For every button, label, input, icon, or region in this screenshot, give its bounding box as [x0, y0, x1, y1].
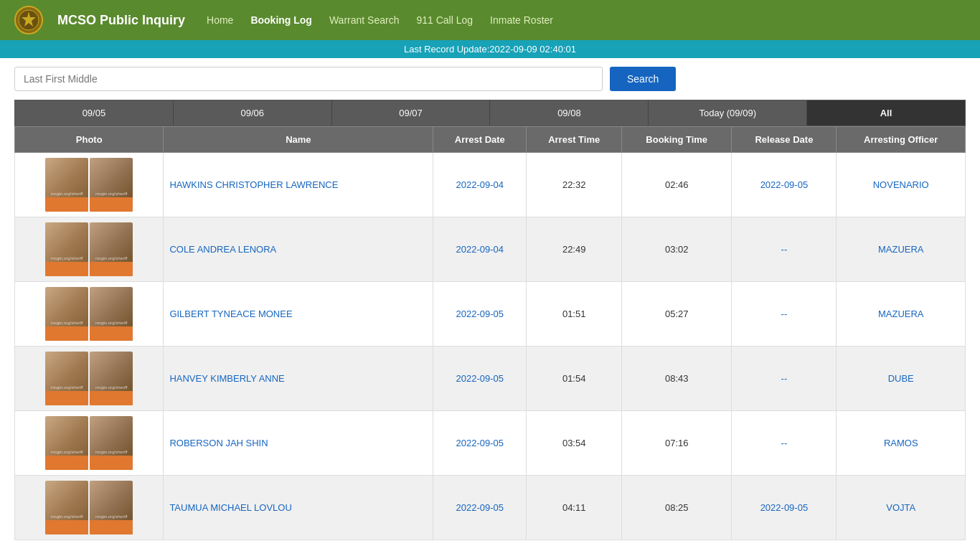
photo-cell[interactable]: mcgtn.org/sheriff mcgtn.org/sheriff: [15, 476, 164, 540]
mugshot-side: mcgtn.org/sheriff: [90, 481, 133, 534]
main-nav: Home Booking Log Warrant Search 911 Call…: [207, 14, 553, 26]
mugshot-front: mcgtn.org/sheriff: [45, 287, 88, 341]
table-row: mcgtn.org/sheriff mcgtn.org/sheriff COLE…: [15, 217, 966, 282]
arrest-time: 01:54: [527, 347, 622, 411]
search-button[interactable]: Search: [610, 67, 676, 91]
table-row: mcgtn.org/sheriff mcgtn.org/sheriff HANV…: [15, 347, 966, 411]
nav-booking-log[interactable]: Booking Log: [250, 14, 312, 26]
app-header: MCSO Public Inquiry Home Booking Log War…: [0, 0, 980, 40]
inmate-name[interactable]: TAUMUA MICHAEL LOVLOU: [164, 476, 433, 540]
search-bar: Search: [0, 58, 980, 100]
col-release-date: Release Date: [732, 127, 837, 153]
tab-all[interactable]: All: [807, 100, 965, 126]
tab-0907[interactable]: 09/07: [332, 100, 491, 126]
inmate-name[interactable]: COLE ANDREA LENORA: [164, 217, 433, 282]
release-date: --: [732, 282, 837, 347]
mugshot-front: mcgtn.org/sheriff: [45, 481, 88, 534]
arrest-time: 22:32: [527, 153, 622, 217]
booking-time: 02:46: [622, 153, 732, 217]
arresting-officer: NOVENARIO: [837, 153, 966, 217]
release-date: 2022-09-05: [732, 153, 837, 217]
arrest-date: 2022-09-05: [433, 411, 527, 476]
release-date: --: [732, 217, 837, 282]
tab-0908[interactable]: 09/08: [490, 100, 649, 126]
mugshot-side: mcgtn.org/sheriff: [90, 222, 133, 276]
col-name: Name: [164, 127, 433, 153]
table-row: mcgtn.org/sheriff mcgtn.org/sheriff ROBE…: [15, 411, 966, 476]
table-row: mcgtn.org/sheriff mcgtn.org/sheriff TAUM…: [15, 476, 966, 540]
booking-log-table-container: 09/05 09/06 09/07 09/08 Today (09/09) Al…: [14, 100, 966, 540]
photo-cell[interactable]: mcgtn.org/sheriff mcgtn.org/sheriff: [15, 282, 164, 347]
booking-time: 03:02: [622, 217, 732, 282]
release-date: --: [732, 347, 837, 411]
inmate-name[interactable]: GILBERT TYNEACE MONEE: [164, 282, 433, 347]
app-logo: [14, 6, 43, 34]
booking-time: 07:16: [622, 411, 732, 476]
arrest-date: 2022-09-04: [433, 217, 527, 282]
mugshot-side: mcgtn.org/sheriff: [90, 287, 133, 341]
arrest-date: 2022-09-05: [433, 347, 527, 411]
app-title: MCSO Public Inquiry: [57, 13, 185, 28]
arresting-officer: DUBE: [837, 347, 966, 411]
col-arrest-time: Arrest Time: [527, 127, 622, 153]
last-record-update: Last Record Update:2022-09-09 02:40:01: [404, 44, 576, 55]
nav-inmate-roster[interactable]: Inmate Roster: [490, 14, 553, 26]
mugshot-side: mcgtn.org/sheriff: [90, 416, 133, 470]
nav-warrant-search[interactable]: Warrant Search: [329, 14, 400, 26]
release-date: 2022-09-05: [732, 476, 837, 540]
arresting-officer: MAZUERA: [837, 217, 966, 282]
inmate-name[interactable]: ROBERSON JAH SHIN: [164, 411, 433, 476]
mugshot-front: mcgtn.org/sheriff: [45, 222, 88, 276]
booking-log-table: Photo Name Arrest Date Arrest Time Booki…: [14, 126, 966, 540]
photo-cell[interactable]: mcgtn.org/sheriff mcgtn.org/sheriff: [15, 411, 164, 476]
search-input[interactable]: [14, 67, 603, 91]
mugshot-front: mcgtn.org/sheriff: [45, 158, 88, 212]
date-tabs: 09/05 09/06 09/07 09/08 Today (09/09) Al…: [14, 100, 966, 126]
arrest-time: 03:54: [527, 411, 622, 476]
table-row: mcgtn.org/sheriff mcgtn.org/sheriff GILB…: [15, 282, 966, 347]
nav-home[interactable]: Home: [207, 14, 233, 26]
release-date: --: [732, 411, 837, 476]
col-officer: Arresting Officer: [837, 127, 966, 153]
inmate-name[interactable]: HANVEY KIMBERLY ANNE: [164, 347, 433, 411]
tab-0905[interactable]: 09/05: [15, 100, 174, 126]
arrest-date: 2022-09-05: [433, 282, 527, 347]
arrest-date: 2022-09-04: [433, 153, 527, 217]
mugshot-front: mcgtn.org/sheriff: [45, 352, 88, 405]
mugshot-side: mcgtn.org/sheriff: [90, 352, 133, 405]
tab-today[interactable]: Today (09/09): [649, 100, 807, 126]
col-arrest-date: Arrest Date: [433, 127, 527, 153]
booking-time: 05:27: [622, 282, 732, 347]
booking-time: 08:25: [622, 476, 732, 540]
arresting-officer: RAMOS: [837, 411, 966, 476]
booking-time: 08:43: [622, 347, 732, 411]
status-bar: Last Record Update:2022-09-09 02:40:01: [0, 40, 980, 58]
table-header-row: Photo Name Arrest Date Arrest Time Booki…: [15, 127, 966, 153]
arrest-time: 01:51: [527, 282, 622, 347]
col-photo: Photo: [15, 127, 164, 153]
photo-cell[interactable]: mcgtn.org/sheriff mcgtn.org/sheriff: [15, 347, 164, 411]
mugshot-side: mcgtn.org/sheriff: [90, 158, 133, 212]
arrest-time: 04:11: [527, 476, 622, 540]
arrest-date: 2022-09-05: [433, 476, 527, 540]
photo-cell[interactable]: mcgtn.org/sheriff mcgtn.org/sheriff: [15, 217, 164, 282]
arresting-officer: VOJTA: [837, 476, 966, 540]
arrest-time: 22:49: [527, 217, 622, 282]
table-row: mcgtn.org/sheriff mcgtn.org/sheriff HAWK…: [15, 153, 966, 217]
nav-911-call-log[interactable]: 911 Call Log: [416, 14, 473, 26]
photo-cell[interactable]: mcgtn.org/sheriff mcgtn.org/sheriff: [15, 153, 164, 217]
mugshot-front: mcgtn.org/sheriff: [45, 416, 88, 470]
col-booking-time: Booking Time: [622, 127, 732, 153]
arresting-officer: MAZUERA: [837, 282, 966, 347]
inmate-name[interactable]: HAWKINS CHRISTOPHER LAWRENCE: [164, 153, 433, 217]
tab-0906[interactable]: 09/06: [174, 100, 332, 126]
